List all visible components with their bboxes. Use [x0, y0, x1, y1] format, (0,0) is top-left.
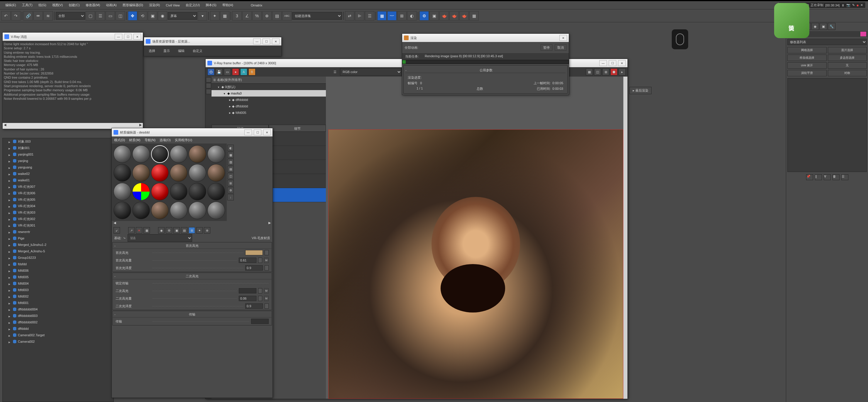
render-setup-button[interactable]: ⚙ [420, 11, 429, 21]
vfb-power-button[interactable]: ⏻ [207, 68, 214, 75]
move-button[interactable]: ✥ [128, 11, 137, 21]
poly-sel-button[interactable]: 多边形选择 [828, 55, 867, 61]
menu-help[interactable]: 帮助(H) [219, 2, 236, 8]
tree-item[interactable]: fdfd005 [3, 274, 114, 280]
scene-tab-custom[interactable]: 自定义 [190, 48, 205, 54]
maximize-button[interactable]: ☐ [124, 34, 132, 40]
tree-item[interactable]: 对象001 [3, 145, 114, 151]
minimize-button[interactable]: — [599, 60, 607, 66]
maximize-button[interactable]: ☐ [609, 60, 616, 66]
unlink-button[interactable]: ⚮ [33, 11, 43, 21]
configure-button[interactable]: ☰ [841, 174, 848, 180]
tree-item[interactable]: ▸◆dffddddd [212, 96, 326, 103]
mat-name-combo[interactable]: 111 [128, 234, 192, 242]
mat-slot[interactable] [170, 183, 187, 200]
remove-button[interactable]: 🗑 [833, 174, 840, 180]
maximize-button[interactable]: ☐ [262, 38, 270, 44]
scrollbar-v[interactable] [623, 76, 627, 399]
tree-item[interactable]: waike01 [3, 177, 114, 183]
menu-group[interactable]: 组(G) [35, 2, 49, 8]
mat-slot[interactable] [207, 145, 225, 163]
symmetry-button[interactable]: 对称 [828, 70, 867, 76]
mat-side-btn[interactable]: ⊞ [227, 180, 234, 186]
modifier-stack[interactable] [787, 78, 867, 172]
menu-create[interactable]: 创建(C) [66, 2, 83, 8]
spec-color-swatch[interactable] [245, 250, 263, 255]
mat-slot[interactable] [189, 202, 206, 219]
render-iterative[interactable]: 🫖 [450, 11, 459, 21]
vfb-tool3[interactable]: ⊞ [602, 68, 609, 75]
minimize-button[interactable]: — [115, 34, 122, 40]
vfb-menu-icon[interactable]: ☰ [334, 70, 337, 74]
menu-modifiers[interactable]: 修改器(M) [83, 2, 103, 8]
edged-button[interactable]: ▤ [272, 11, 282, 21]
schematic-view[interactable]: ⊞ [397, 11, 407, 21]
mesh-sel-button[interactable]: 网格选择 [787, 47, 827, 53]
mat-side-btn[interactable]: ▦ [227, 152, 234, 158]
link-button[interactable]: 🔗 [24, 11, 33, 21]
meshsmooth-button[interactable]: 涡轮平滑 [787, 70, 827, 76]
select-rect-button[interactable]: ▭ [105, 11, 115, 21]
ref-coord-combo[interactable]: 屏幕 [168, 12, 197, 20]
mat-slot[interactable] [114, 164, 131, 182]
strip-btn[interactable] [206, 77, 211, 83]
cmd-tab-display[interactable]: ▣ [819, 23, 827, 30]
mirror-button[interactable]: ⇄ [345, 11, 354, 21]
vfb-ab-button[interactable]: A [240, 68, 247, 75]
maximize-button[interactable]: ☐ [254, 129, 261, 135]
vfb-b-button[interactable]: B [248, 68, 255, 75]
name-header[interactable]: 名称(按升序排序) [217, 78, 242, 82]
mat-slot[interactable] [189, 164, 206, 182]
tree-item[interactable]: yanjing001 [3, 151, 114, 158]
tree-item[interactable]: dffdddd [3, 326, 114, 332]
menu-view[interactable]: 视图(V) [49, 2, 66, 8]
mat-tool-nav[interactable]: ✦ [196, 227, 203, 234]
mat-tool-make[interactable]: ▣ [174, 227, 180, 234]
spec2-amount-spinner[interactable]: 0.06 [239, 296, 256, 301]
menu-render[interactable]: 渲染(R) [146, 2, 163, 8]
pause-button[interactable]: 暂停 [540, 44, 552, 51]
mat-menu-options[interactable]: 选项(O) [160, 138, 171, 142]
minimize-button[interactable]: — [253, 38, 261, 44]
mat-side-btn[interactable]: ▨ [227, 159, 234, 165]
render-frame-button[interactable]: ▣ [430, 11, 439, 21]
mat-slot[interactable] [151, 183, 169, 200]
spinner-snap[interactable]: ⊕ [262, 11, 272, 21]
uvw-button[interactable]: uvw 展开 [787, 62, 827, 69]
m-button[interactable]: M [264, 288, 269, 293]
align-button[interactable]: ⊫ [355, 11, 364, 21]
tree-item[interactable]: Camera002 [3, 338, 114, 345]
tree-item[interactable]: ▸◆dffddddd [212, 103, 326, 110]
mat-tool-assign[interactable]: ◉ [158, 227, 164, 234]
tree-item[interactable]: waike02 [3, 171, 114, 177]
tree-item[interactable]: VR-灯光002 [3, 216, 114, 222]
redo-button[interactable]: ↷ [11, 11, 21, 21]
tree-item[interactable]: VR-灯光001 [3, 222, 114, 228]
render-button[interactable]: 🫖 [439, 11, 449, 21]
vfb-stop-button[interactable]: ⬣ [611, 68, 618, 75]
menu-custom[interactable]: 自定义(U) [183, 2, 203, 8]
keymode-button[interactable]: ▦ [220, 11, 229, 21]
pause-icon[interactable]: ⏸ [841, 3, 844, 7]
menu-civil[interactable]: Civil View [163, 2, 182, 8]
spline-sel-button[interactable]: 样条线选择 [787, 55, 827, 61]
vfb-clear-button[interactable]: ▭ [224, 68, 231, 75]
face-sel-button[interactable]: 面片选择 [828, 47, 867, 53]
spec2-swatch[interactable] [239, 288, 256, 293]
place-button[interactable]: ◉ [158, 11, 167, 21]
tree-item[interactable]: VR-灯光007 [3, 183, 114, 190]
spec-amount-spinner[interactable]: 0.61 [239, 258, 256, 263]
mat-slot[interactable] [132, 164, 150, 182]
mat-tool-go[interactable]: ⊕ [204, 227, 210, 234]
mat-menu-mode[interactable]: 模式(D) [114, 138, 125, 142]
mat-menu-util[interactable]: 实用程序(U) [175, 138, 192, 142]
tree-item[interactable]: fdfd003 [3, 287, 114, 293]
toggle-ribbon[interactable]: ▦ [377, 11, 386, 21]
pin-stack-button[interactable]: 📌 [806, 174, 813, 180]
spec2-gloss-spinner[interactable]: 0.9 [245, 303, 263, 309]
mat-slot[interactable] [170, 202, 187, 219]
mat-menu-material[interactable]: 材质(M) [129, 138, 141, 142]
close-button[interactable]: ✕ [618, 60, 626, 66]
pencil-icon[interactable]: ✎ [852, 3, 855, 7]
mat-menu-nav[interactable]: 导航(N) [145, 138, 155, 142]
